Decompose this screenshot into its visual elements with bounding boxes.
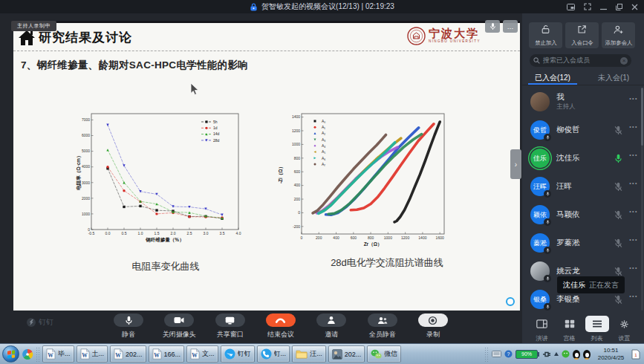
clock-time: 10:51 <box>593 347 628 354</box>
svg-text:W: W <box>154 352 160 359</box>
taskbar-word-button[interactable]: W土... <box>77 345 108 363</box>
mic-icon <box>114 313 143 327</box>
participant-more-icon[interactable]: ••• <box>629 152 638 157</box>
svg-text:1200: 1200 <box>292 129 300 133</box>
tray-expand-icon[interactable] <box>554 352 559 356</box>
mouse-cursor <box>190 82 199 96</box>
sidebar-action-label: 入会口令 <box>571 39 593 46</box>
taskbar-button-label: 202... <box>126 351 143 358</box>
view-label: 演讲 <box>536 334 548 342</box>
participant-name: 李银桑 <box>556 294 580 305</box>
participant-more-icon[interactable]: ••• <box>629 237 638 242</box>
taskbar-word-button[interactable]: W166... <box>149 345 185 363</box>
sharelink-icon <box>577 24 587 37</box>
input-method-icon[interactable] <box>492 351 501 357</box>
view-gridview[interactable]: 宫格 <box>557 313 582 342</box>
control-mic-button[interactable]: 静音 <box>104 313 153 339</box>
university-seal-icon <box>407 27 426 45</box>
taskbar-wechat-button[interactable]: 微信 <box>367 345 401 363</box>
participant-row[interactable]: 汪晖汪晖••• <box>522 172 644 201</box>
taskbar-word-button[interactable]: W202... <box>110 345 146 363</box>
tab-not-joined[interactable]: 未入会(1) <box>583 71 644 85</box>
university-name-cn: 宁波大学 <box>429 28 481 40</box>
svg-text:2000: 2000 <box>82 196 90 201</box>
participant-more-icon[interactable]: ••• <box>629 124 638 129</box>
control-label: 静音 <box>122 330 135 339</box>
phone-badge-icon <box>544 134 551 141</box>
minimize-icon[interactable] <box>600 4 607 10</box>
taskbar-button-label: 毕... <box>58 349 71 359</box>
tab-joined[interactable]: 已入会(12) <box>522 71 583 85</box>
participant-row[interactable]: 我主持人••• <box>522 88 644 116</box>
taskbar-dingtalk-button[interactable]: 钉钉 <box>221 345 255 363</box>
svg-text:400: 400 <box>333 235 339 240</box>
participant-row[interactable]: 俊哲柳俊哲••• <box>522 116 644 144</box>
participant-row[interactable]: 佳乐沈佳乐••• <box>522 144 644 172</box>
search-input[interactable]: 搜索已入会成员 × <box>530 54 631 67</box>
svg-text:7000: 7000 <box>82 117 90 122</box>
notification-doc-icon[interactable]: 1 <box>631 349 640 360</box>
power-plug-icon <box>542 351 551 358</box>
scrollbar-thumb[interactable] <box>641 88 643 146</box>
close-icon[interactable] <box>631 4 638 10</box>
qq-tray-icon-2[interactable] <box>583 350 591 359</box>
participant-name: 柳俊哲 <box>556 125 580 135</box>
svg-text:0.5: 0.5 <box>122 231 127 235</box>
svg-text:14d: 14d <box>213 131 220 136</box>
battery-indicator[interactable]: 90% <box>515 350 539 359</box>
control-endcall-button[interactable]: 结束会议 <box>256 313 305 339</box>
record-icon <box>418 313 448 327</box>
svg-text:28d: 28d <box>213 138 220 143</box>
overlay-more-button[interactable]: … <box>503 20 518 33</box>
speakerview-icon <box>530 316 554 332</box>
qq-tray-icon-1[interactable] <box>573 350 580 359</box>
fullscreen-icon[interactable] <box>584 3 591 10</box>
control-record-button[interactable]: 录制 <box>409 313 458 339</box>
feedback-circle-icon[interactable] <box>506 297 515 306</box>
taskbar-word-button[interactable]: W毕... <box>42 345 74 363</box>
participant-more-icon[interactable]: ••• <box>629 209 638 214</box>
phone-badge-icon <box>544 218 551 226</box>
sidebar-action-personadd[interactable]: 添加参会人 <box>602 22 635 48</box>
view-gear[interactable]: 设置 <box>612 313 637 342</box>
speaking-toast-name: 沈佳乐 <box>563 280 585 290</box>
sidebar-action-sharelink[interactable]: 入会口令 <box>565 22 599 48</box>
taskbar-button-label: 微信 <box>384 349 397 359</box>
svg-text:0.0: 0.0 <box>105 231 111 235</box>
svg-text:800: 800 <box>294 156 301 160</box>
pinwheel-app-icon[interactable] <box>22 348 33 360</box>
taskbar-dingcall-button[interactable]: 钉... <box>257 345 290 363</box>
participant-row[interactable]: 颖依马颖依••• <box>522 201 644 229</box>
participant-more-icon[interactable]: ••• <box>629 265 638 270</box>
svg-text:W: W <box>82 352 88 359</box>
wechat-tray-icon[interactable] <box>562 350 570 358</box>
pip-icon[interactable] <box>567 4 575 10</box>
start-button[interactable] <box>2 345 19 363</box>
control-share-button[interactable]: 共享窗口 <box>206 313 255 339</box>
maximize-icon[interactable] <box>616 4 622 10</box>
participant-more-icon[interactable]: ••• <box>629 96 638 101</box>
control-muteall-button[interactable]: 全员静音 <box>358 313 407 339</box>
camera-icon <box>164 313 194 327</box>
view-speakerview[interactable]: 演讲 <box>530 313 555 342</box>
participant-more-icon[interactable]: ••• <box>629 293 638 299</box>
control-invite-button[interactable]: 邀请 <box>307 313 356 339</box>
svg-text:1400: 1400 <box>292 114 300 119</box>
view-listview[interactable]: 列表 <box>585 313 610 342</box>
help-tray-icon[interactable]: ? <box>504 350 513 358</box>
search-clear-icon[interactable]: × <box>620 57 628 65</box>
participant-name: 汪晖 <box>556 181 572 192</box>
taskbar-photo-button[interactable]: 202... <box>328 345 365 363</box>
sidebar-action-lockopen[interactable]: 禁止加入 <box>529 22 562 48</box>
slide-expand-chevron[interactable]: › <box>510 149 521 179</box>
svg-text:600: 600 <box>294 169 301 174</box>
participant-more-icon[interactable]: ••• <box>629 181 638 186</box>
sidebar-action-label: 禁止加入 <box>535 39 556 46</box>
taskbar-clock[interactable]: 10:51 2020/4/25 <box>593 347 628 361</box>
control-label: 关闭摄像头 <box>163 330 196 339</box>
participant-row[interactable]: 蓁淞罗蓁淞••• <box>522 229 644 257</box>
overlay-mic-button[interactable] <box>485 20 500 33</box>
taskbar-folder-button[interactable]: 汪... <box>292 345 326 363</box>
taskbar-word-button[interactable]: W文... <box>186 345 218 363</box>
control-camera-button[interactable]: 关闭摄像头 <box>155 313 204 339</box>
